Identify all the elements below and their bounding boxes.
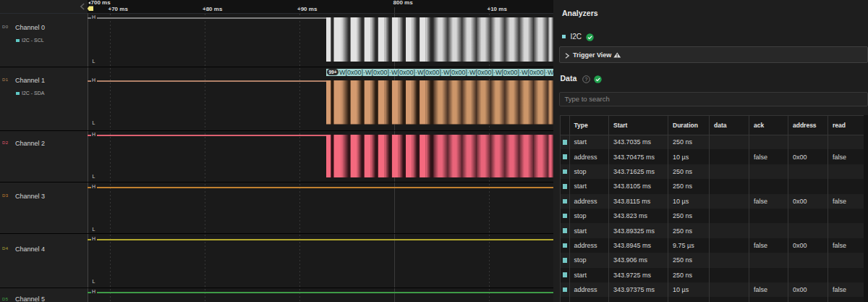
svg-text:?: ? bbox=[585, 77, 588, 82]
